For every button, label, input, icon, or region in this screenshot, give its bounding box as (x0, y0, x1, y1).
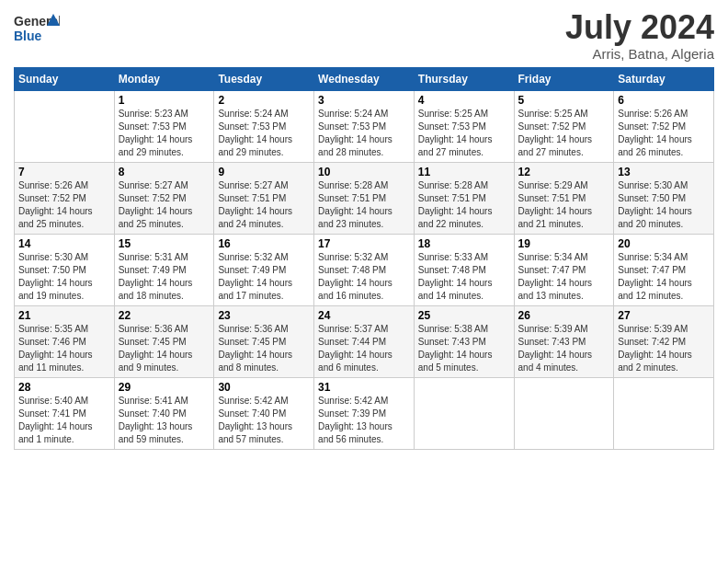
day-info: Sunrise: 5:24 AM Sunset: 7:53 PM Dayligh… (218, 108, 310, 159)
title-section: July 2024 Arris, Batna, Algeria (565, 9, 714, 62)
day-info: Sunrise: 5:36 AM Sunset: 7:45 PM Dayligh… (218, 323, 310, 374)
calendar-table: SundayMondayTuesdayWednesdayThursdayFrid… (14, 67, 714, 450)
day-header-saturday: Saturday (614, 67, 714, 90)
day-header-thursday: Thursday (414, 67, 514, 90)
day-number: 1 (119, 94, 210, 107)
day-info: Sunrise: 5:30 AM Sunset: 7:50 PM Dayligh… (18, 251, 110, 303)
day-info: Sunrise: 5:26 AM Sunset: 7:52 PM Dayligh… (18, 179, 110, 231)
calendar-cell: 7Sunrise: 5:26 AM Sunset: 7:52 PM Daylig… (15, 162, 115, 234)
day-number: 6 (618, 94, 710, 107)
calendar-cell: 22Sunrise: 5:36 AM Sunset: 7:45 PM Dayli… (114, 305, 214, 377)
calendar-cell: 15Sunrise: 5:31 AM Sunset: 7:49 PM Dayli… (114, 234, 214, 305)
day-number: 10 (318, 166, 410, 178)
day-number: 18 (418, 237, 510, 250)
calendar-week-4: 21Sunrise: 5:35 AM Sunset: 7:46 PM Dayli… (15, 305, 714, 377)
calendar-cell: 29Sunrise: 5:41 AM Sunset: 7:40 PM Dayli… (114, 377, 214, 449)
calendar-cell: 3Sunrise: 5:24 AM Sunset: 7:53 PM Daylig… (314, 90, 415, 162)
calendar-cell: 6Sunrise: 5:26 AM Sunset: 7:52 PM Daylig… (614, 90, 714, 162)
day-info: Sunrise: 5:38 AM Sunset: 7:43 PM Dayligh… (418, 323, 510, 374)
calendar-cell: 31Sunrise: 5:42 AM Sunset: 7:39 PM Dayli… (314, 377, 415, 449)
day-number: 31 (318, 381, 410, 394)
day-number: 15 (119, 237, 210, 250)
day-info: Sunrise: 5:39 AM Sunset: 7:43 PM Dayligh… (518, 323, 610, 374)
page-subtitle: Arris, Batna, Algeria (565, 46, 714, 62)
day-number: 28 (18, 381, 110, 394)
day-info: Sunrise: 5:23 AM Sunset: 7:53 PM Dayligh… (119, 108, 210, 159)
calendar-cell: 17Sunrise: 5:32 AM Sunset: 7:48 PM Dayli… (314, 234, 415, 305)
day-number: 30 (218, 381, 310, 394)
day-info: Sunrise: 5:40 AM Sunset: 7:41 PM Dayligh… (18, 395, 110, 446)
calendar-week-3: 14Sunrise: 5:30 AM Sunset: 7:50 PM Dayli… (15, 234, 714, 305)
calendar-week-2: 7Sunrise: 5:26 AM Sunset: 7:52 PM Daylig… (15, 162, 714, 234)
day-info: Sunrise: 5:33 AM Sunset: 7:48 PM Dayligh… (418, 251, 510, 303)
day-header-wednesday: Wednesday (314, 67, 415, 90)
day-info: Sunrise: 5:24 AM Sunset: 7:53 PM Dayligh… (318, 108, 410, 159)
day-info: Sunrise: 5:29 AM Sunset: 7:51 PM Dayligh… (518, 179, 610, 231)
calendar-cell: 27Sunrise: 5:39 AM Sunset: 7:42 PM Dayli… (614, 305, 714, 377)
day-info: Sunrise: 5:34 AM Sunset: 7:47 PM Dayligh… (618, 251, 710, 303)
day-info: Sunrise: 5:32 AM Sunset: 7:49 PM Dayligh… (218, 251, 310, 303)
calendar-cell: 11Sunrise: 5:28 AM Sunset: 7:51 PM Dayli… (414, 162, 514, 234)
day-number: 19 (518, 237, 610, 250)
calendar-cell: 23Sunrise: 5:36 AM Sunset: 7:45 PM Dayli… (214, 305, 314, 377)
calendar-cell: 13Sunrise: 5:30 AM Sunset: 7:50 PM Dayli… (614, 162, 714, 234)
calendar-week-5: 28Sunrise: 5:40 AM Sunset: 7:41 PM Dayli… (15, 377, 714, 449)
day-info: Sunrise: 5:27 AM Sunset: 7:52 PM Dayligh… (119, 179, 210, 231)
day-info: Sunrise: 5:25 AM Sunset: 7:52 PM Dayligh… (518, 108, 610, 159)
calendar-cell: 16Sunrise: 5:32 AM Sunset: 7:49 PM Dayli… (214, 234, 314, 305)
calendar-cell: 21Sunrise: 5:35 AM Sunset: 7:46 PM Dayli… (15, 305, 115, 377)
day-number: 13 (618, 166, 710, 178)
day-info: Sunrise: 5:26 AM Sunset: 7:52 PM Dayligh… (618, 108, 710, 159)
day-number: 16 (218, 237, 310, 250)
calendar-cell: 9Sunrise: 5:27 AM Sunset: 7:51 PM Daylig… (214, 162, 314, 234)
day-number: 2 (218, 94, 310, 107)
day-number: 26 (518, 309, 610, 322)
calendar-cell: 18Sunrise: 5:33 AM Sunset: 7:48 PM Dayli… (414, 234, 514, 305)
logo-graphic: General Blue (14, 9, 60, 54)
calendar-cell: 2Sunrise: 5:24 AM Sunset: 7:53 PM Daylig… (214, 90, 314, 162)
calendar-header-row: SundayMondayTuesdayWednesdayThursdayFrid… (15, 67, 714, 90)
main-container: General Blue July 2024 Arris, Batna, Alg… (0, 0, 728, 459)
day-number: 27 (618, 309, 710, 322)
day-number: 29 (119, 381, 210, 394)
day-number: 20 (618, 237, 710, 250)
svg-text:Blue: Blue (14, 29, 42, 43)
calendar-cell: 5Sunrise: 5:25 AM Sunset: 7:52 PM Daylig… (514, 90, 614, 162)
day-info: Sunrise: 5:42 AM Sunset: 7:40 PM Dayligh… (218, 395, 310, 446)
calendar-cell: 25Sunrise: 5:38 AM Sunset: 7:43 PM Dayli… (414, 305, 514, 377)
day-info: Sunrise: 5:32 AM Sunset: 7:48 PM Dayligh… (318, 251, 410, 303)
day-number: 21 (18, 309, 110, 322)
day-header-friday: Friday (514, 67, 614, 90)
day-number: 4 (418, 94, 510, 107)
page-title: July 2024 (565, 9, 714, 46)
calendar-cell: 4Sunrise: 5:25 AM Sunset: 7:53 PM Daylig… (414, 90, 514, 162)
day-info: Sunrise: 5:39 AM Sunset: 7:42 PM Dayligh… (618, 323, 710, 374)
day-number: 23 (218, 309, 310, 322)
day-header-tuesday: Tuesday (214, 67, 314, 90)
calendar-cell: 28Sunrise: 5:40 AM Sunset: 7:41 PM Dayli… (15, 377, 115, 449)
day-info: Sunrise: 5:31 AM Sunset: 7:49 PM Dayligh… (119, 251, 210, 303)
day-number: 5 (518, 94, 610, 107)
day-info: Sunrise: 5:37 AM Sunset: 7:44 PM Dayligh… (318, 323, 410, 374)
logo: General Blue (14, 9, 60, 54)
day-number: 8 (119, 166, 210, 178)
day-header-sunday: Sunday (15, 67, 115, 90)
calendar-cell: 20Sunrise: 5:34 AM Sunset: 7:47 PM Dayli… (614, 234, 714, 305)
calendar-cell: 24Sunrise: 5:37 AM Sunset: 7:44 PM Dayli… (314, 305, 415, 377)
day-info: Sunrise: 5:30 AM Sunset: 7:50 PM Dayligh… (618, 179, 710, 231)
day-number: 25 (418, 309, 510, 322)
day-number: 9 (218, 166, 310, 178)
calendar-cell: 12Sunrise: 5:29 AM Sunset: 7:51 PM Dayli… (514, 162, 614, 234)
calendar-cell (514, 377, 614, 449)
calendar-cell: 14Sunrise: 5:30 AM Sunset: 7:50 PM Dayli… (15, 234, 115, 305)
day-info: Sunrise: 5:35 AM Sunset: 7:46 PM Dayligh… (18, 323, 110, 374)
day-number: 17 (318, 237, 410, 250)
calendar-cell (414, 377, 514, 449)
calendar-cell: 26Sunrise: 5:39 AM Sunset: 7:43 PM Dayli… (514, 305, 614, 377)
calendar-cell: 30Sunrise: 5:42 AM Sunset: 7:40 PM Dayli… (214, 377, 314, 449)
day-info: Sunrise: 5:41 AM Sunset: 7:40 PM Dayligh… (119, 395, 210, 446)
calendar-cell: 8Sunrise: 5:27 AM Sunset: 7:52 PM Daylig… (114, 162, 214, 234)
day-info: Sunrise: 5:28 AM Sunset: 7:51 PM Dayligh… (318, 179, 410, 231)
day-number: 7 (18, 166, 110, 178)
day-info: Sunrise: 5:28 AM Sunset: 7:51 PM Dayligh… (418, 179, 510, 231)
